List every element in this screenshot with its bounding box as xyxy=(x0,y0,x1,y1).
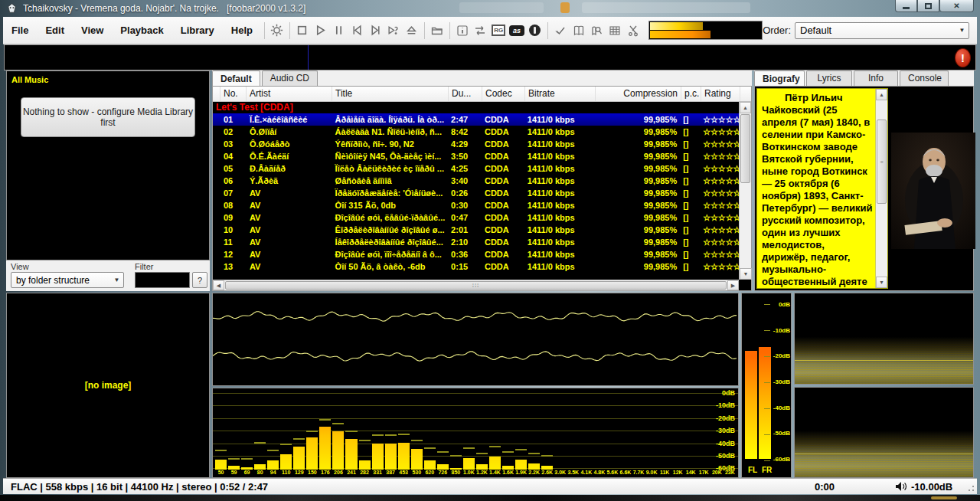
error-indicator-icon[interactable]: ! xyxy=(955,48,971,67)
eject-icon[interactable] xyxy=(403,21,421,40)
stop-icon[interactable] xyxy=(293,21,312,40)
masstagger-grid-icon[interactable] xyxy=(606,21,624,40)
speaker-icon[interactable] xyxy=(895,481,907,492)
column-header-no-[interactable]: No. xyxy=(220,87,247,101)
column-header-p-c-[interactable]: p.c. xyxy=(681,87,701,101)
playlist-row[interactable]: 13AVÒîí 50 Ãö, â òàêò, -6db0:15CDDA1411/… xyxy=(213,260,739,273)
view-dropdown[interactable]: by folder structure ▼ xyxy=(11,272,124,288)
column-header-compression[interactable]: Compression xyxy=(596,87,681,101)
tab-console[interactable]: Console xyxy=(900,70,949,86)
column-header-bitrate[interactable]: Bitrate xyxy=(525,87,596,101)
scrollbar-thumb[interactable] xyxy=(740,114,750,183)
cell-title: Ñèìôîíèÿ N45, Ôà-äèåç ìèí... xyxy=(332,150,449,162)
top-visualization-strip: ! xyxy=(4,44,976,70)
playlist-row[interactable]: 03Ô.ØóáåðòÝêñïðîìò, ñî÷. 90, N24:29CDDA1… xyxy=(213,138,739,150)
scrobbler-status-icon[interactable] xyxy=(526,21,544,40)
seekbar[interactable] xyxy=(648,21,763,40)
menu-file[interactable]: File xyxy=(3,21,37,39)
spectrum-bar xyxy=(267,460,279,470)
cell-rating: ☆☆☆☆☆ xyxy=(700,224,739,236)
resize-grip[interactable] xyxy=(966,483,975,493)
cell-title: Ðîçîâûé øóì, ëåâûé-ïðàâûé... xyxy=(332,211,449,224)
biography-scrollbar[interactable]: ▲ ≡ ▼ xyxy=(875,89,887,288)
column-header-status[interactable] xyxy=(213,87,220,101)
tab-info[interactable]: Info xyxy=(854,70,898,86)
scroll-up-icon[interactable]: ▲ xyxy=(876,89,887,100)
menu-playback[interactable]: Playback xyxy=(112,21,172,39)
preferences-gear-icon[interactable] xyxy=(268,21,286,40)
info-icon[interactable] xyxy=(453,21,472,40)
open-folder-icon[interactable] xyxy=(428,21,446,40)
menu-library[interactable]: Library xyxy=(172,21,223,39)
column-header-du-[interactable]: Du... xyxy=(449,87,482,101)
playlist-group-header[interactable]: Let's Test [CDDA] xyxy=(213,102,739,113)
playlist-row[interactable]: 01Ï.È.×àéêîâñêèéÂðåìåíà ãîäà. Íîÿáðü. Íà… xyxy=(213,113,739,126)
biography-box: Пётр Ильич Чайковский (25 апреля (7 мая)… xyxy=(756,88,888,289)
filter-input[interactable] xyxy=(135,272,190,288)
volume-value[interactable]: -10.00dB xyxy=(911,481,952,493)
random-icon[interactable] xyxy=(384,21,403,40)
play-icon[interactable] xyxy=(312,21,330,40)
cell-status xyxy=(213,126,220,138)
scroll-left-icon[interactable]: ◀ xyxy=(213,280,224,290)
scrollbar-thumb[interactable]: ⁞⁞⁞ xyxy=(225,281,727,290)
playlist-row[interactable]: 09AVÐîçîâûé øóì, ëåâûé-ïðàâûé...0:47CDDA… xyxy=(213,211,739,224)
playlist-row[interactable]: 10AVÊîððåëèðîâàííûé ðîçîâûé ø...2:01CDDA… xyxy=(213,224,739,236)
menu-view[interactable]: View xyxy=(73,21,112,39)
background-favicon xyxy=(560,2,570,13)
lastfm-scrobbler-icon[interactable]: as xyxy=(508,21,526,40)
column-header-codec[interactable]: Codec xyxy=(482,87,525,101)
cell-no: 06 xyxy=(220,175,247,187)
media-library-panel: All Music Nothing to show - configure Me… xyxy=(6,70,210,260)
order-dropdown[interactable]: Default ▼ xyxy=(795,22,969,39)
search-book-icon[interactable] xyxy=(587,21,606,40)
cell-artist: AV xyxy=(247,211,332,224)
cell-rating: ☆☆☆☆☆ xyxy=(700,236,739,248)
playlist-row[interactable]: 06Ý.ÃðèãØåñòâèå ãíîìîâ3:40CDDA1411/0 kbp… xyxy=(213,175,739,187)
pause-icon[interactable] xyxy=(330,21,348,40)
playlist-vertical-scrollbar[interactable]: ▲ ▼ xyxy=(739,102,751,280)
configure-media-library-button[interactable]: Nothing to show - configure Media Librar… xyxy=(21,97,195,137)
scroll-down-icon[interactable]: ▼ xyxy=(740,268,752,280)
scroll-right-icon[interactable]: ▶ xyxy=(727,280,739,290)
cell-status xyxy=(213,138,220,150)
maximize-button[interactable] xyxy=(917,0,939,12)
cell-pc: [] xyxy=(680,138,700,150)
column-header-title[interactable]: Title xyxy=(332,87,449,101)
tab-biografy[interactable]: Biografy xyxy=(754,70,805,87)
tools-icon[interactable] xyxy=(624,21,642,40)
playlist-horizontal-scrollbar[interactable]: ◀ ⁞⁞⁞ ▶ xyxy=(213,280,739,290)
playlist-row[interactable]: 07AVÏðåäóïðåæäåíèå: 'Óìåíüøè...0:26CDDA1… xyxy=(213,187,739,199)
playlist-column-headers[interactable]: No.ArtistTitleDu...CodecBitrateCompressi… xyxy=(213,87,751,102)
converter-icon[interactable] xyxy=(471,21,489,40)
album-list-book-icon[interactable] xyxy=(570,21,588,40)
menu-help[interactable]: Help xyxy=(223,21,261,39)
replaygain-icon[interactable]: RG xyxy=(489,21,508,40)
cell-status xyxy=(213,260,220,273)
close-button[interactable]: ✕ xyxy=(939,0,974,12)
playlist-row[interactable]: 04Ô.É.ÃàéäíÑèìôîíèÿ N45, Ôà-äèåç ìèí...3… xyxy=(213,150,739,162)
playlist-row[interactable]: 12AVÐîçîâûé øóì, ïîî÷åðåäíî â ô...0:36CD… xyxy=(213,248,739,260)
playlist-row[interactable]: 11AVÍåêîððåëèðîâàííûé ðîçîâûé...2:10CDDA… xyxy=(213,236,739,248)
playlist-row[interactable]: 08AVÒîí 315 Ãö, 0db0:30CDDA1411/0 kbps99… xyxy=(213,199,739,211)
tab-audio-cd[interactable]: Audio CD xyxy=(262,70,318,86)
tab-lyrics[interactable]: Lyrics xyxy=(806,70,852,86)
scrollbar-thumb[interactable]: ≡ xyxy=(877,120,887,204)
filter-help-button[interactable]: ? xyxy=(192,272,207,288)
playlist-row[interactable]: 05Ð.ÂàãíåðÏîëåò Âàëüêèðèé èç îïåðû ...4:… xyxy=(213,162,739,175)
vu-tick xyxy=(764,304,770,305)
cell-rating: ☆☆☆☆☆ xyxy=(700,162,739,175)
tab-default[interactable]: Default xyxy=(212,70,260,87)
column-header-artist[interactable]: Artist xyxy=(247,87,332,101)
next-icon[interactable] xyxy=(366,21,384,40)
cell-status xyxy=(213,187,220,199)
menu-edit[interactable]: Edit xyxy=(37,21,73,39)
scroll-up-icon[interactable]: ▲ xyxy=(740,102,751,113)
verifier-check-icon[interactable] xyxy=(551,21,570,40)
vu-tick xyxy=(764,356,770,357)
previous-icon[interactable] xyxy=(348,21,366,40)
minimize-button[interactable] xyxy=(895,0,917,12)
scroll-down-icon[interactable]: ▼ xyxy=(876,277,887,288)
playlist-row[interactable]: 02Ô.ØîïåíÁàëëàäà N1. Ñîëü-ìèíîð, ñ...8:4… xyxy=(213,126,739,138)
column-header-rating[interactable]: Rating xyxy=(701,87,740,101)
